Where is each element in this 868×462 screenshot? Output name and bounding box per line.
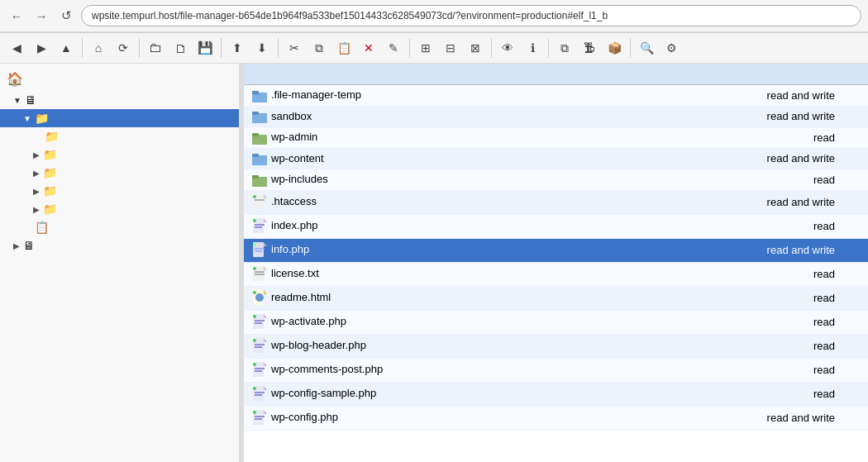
tb-sep-4 [278,38,279,58]
tb-archive-1[interactable]: ⧉ [553,36,576,60]
address-bar[interactable] [81,5,861,26]
file-permissions: read [813,388,835,400]
file-permissions-cell: read [618,262,868,286]
expand-arrow-sandbox: ▶ [33,150,40,160]
file-name: wp-includes [271,173,328,185]
file-permissions-cell: read and write [618,106,868,127]
sidebar-item-files[interactable]: ▼ 📁 [0,109,239,127]
tb-download[interactable]: ⬇ [250,36,274,60]
tb-home[interactable]: ⌂ [87,36,110,60]
tb-sep-2 [139,38,140,58]
tb-delete[interactable]: ✕ [357,36,380,60]
tb-view-icon[interactable]: ⊠ [464,36,487,60]
svg-rect-5 [252,133,259,136]
table-row[interactable]: .file-manager-temp read and write [244,85,868,107]
tb-sep-8 [630,38,631,58]
tb-sep-7 [548,38,549,58]
sidebar-item-production[interactable]: ▼ 🖥 [0,91,239,109]
sidebar-item-wp-content[interactable]: ▶ 📁 [0,182,239,200]
col-permissions[interactable] [618,64,868,85]
svg-rect-1 [252,91,259,94]
file-permissions: read [813,340,835,352]
back-button[interactable]: ← [7,6,26,26]
file-name: wp-admin [271,131,317,143]
sidebar-item-file-manager-temp[interactable]: 📁 [0,127,239,145]
file-name: info.php [271,243,309,255]
tb-copy[interactable]: ⧉ [308,36,331,60]
tb-sep-5 [409,38,410,58]
tb-settings[interactable]: ⚙ [660,36,683,60]
table-row[interactable]: license.txt read [244,262,868,286]
table-row[interactable]: readme.html read [244,286,868,310]
tb-preview[interactable]: 👁 [496,36,519,60]
svg-point-32 [253,291,256,294]
tb-save[interactable]: 💾 [193,36,217,60]
file-permissions-cell: read [618,127,868,149]
tb-search[interactable]: 🔍 [635,36,658,60]
tb-view-grid[interactable]: ⊟ [439,36,462,60]
table-row[interactable]: wp-activate.php read [244,310,868,334]
file-permissions-cell: read and write [618,238,868,262]
file-permissions: read [813,268,835,280]
file-permissions: read and write [767,196,835,208]
file-name: license.txt [271,267,319,279]
svg-marker-15 [264,218,267,222]
tb-reload[interactable]: ⟳ [112,36,135,60]
forward-button[interactable]: → [31,6,51,26]
tb-archive-3[interactable]: 📦 [603,36,626,60]
table-row[interactable]: sandbox read and write [244,106,868,127]
sidebar-item-sandbox[interactable]: ▶ 📁 [0,145,239,164]
file-name: sandbox [271,110,312,122]
tb-upload[interactable]: ⬆ [226,36,249,60]
tb-sep-1 [82,38,83,58]
file-permissions: read [813,316,835,328]
table-row[interactable]: wp-blog-header.php read [244,334,868,358]
sidebar-item-wp-includes[interactable]: ▶ 📁 [0,200,239,218]
table-row[interactable]: wp-config.php read and write [244,406,868,430]
tb-paste[interactable]: 📋 [332,36,355,60]
file-name: wp-comments-post.php [271,363,383,375]
file-permissions: read and write [767,244,835,256]
table-row[interactable]: wp-comments-post.php read [244,358,868,382]
tb-cut[interactable]: ✂ [283,36,306,60]
tb-rename[interactable]: ✎ [382,36,405,60]
file-permissions: read [813,364,835,376]
file-name-cell: info.php [244,238,618,262]
browser-chrome: ← → ↺ [0,0,868,33]
sidebar: 🏠 ▼ 🖥 ▼ 📁 📁 ▶ 📁 ▶ � [0,64,240,462]
reload-button[interactable]: ↺ [56,6,76,26]
file-permissions: read [813,174,835,186]
svg-point-57 [253,411,256,414]
staging-icon: 🖥 [23,239,35,252]
table-row[interactable]: wp-config-sample.php read [244,382,868,406]
file-name: wp-config-sample.php [271,387,376,399]
file-name-cell: wp-content [244,148,618,169]
sidebar-item-wp-admin[interactable]: ▶ 📁 [0,164,239,182]
tb-up[interactable]: ▲ [55,36,78,60]
sidebar-item-logs[interactable]: 📋 [0,218,239,236]
col-name[interactable] [244,64,618,85]
file-permissions-cell: read [618,214,868,238]
table-row[interactable]: wp-includes read [244,169,868,191]
file-permissions: read and write [767,152,835,164]
browser-nav: ← → ↺ [0,0,868,32]
table-row[interactable]: wp-admin read [244,127,868,149]
tb-info[interactable]: ℹ [521,36,544,60]
tb-new-folder[interactable]: 🗀 [144,36,167,60]
svg-point-47 [253,363,256,366]
table-row[interactable]: .htaccess read and write [244,190,868,214]
svg-point-18 [253,219,256,222]
table-row[interactable]: index.php read [244,214,868,238]
table-row[interactable]: wp-content read and write [244,148,868,169]
tb-new-file[interactable]: 🗋 [169,36,192,60]
svg-marker-25 [264,266,267,270]
sidebar-item-staging[interactable]: ▶ 🖥 [0,236,239,255]
tb-forward[interactable]: ▶ [30,36,53,60]
svg-rect-7 [252,154,259,157]
tb-archive-2[interactable]: 🗜 [578,36,601,60]
tb-back[interactable]: ◀ [5,36,28,60]
file-permissions: read and write [767,89,835,102]
table-row[interactable]: info.php read and write [244,238,868,262]
svg-marker-34 [264,314,267,318]
tb-view-list[interactable]: ⊞ [414,36,437,60]
